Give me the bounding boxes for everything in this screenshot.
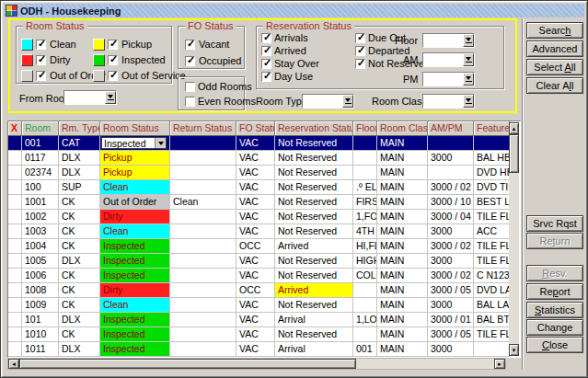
- table-row-1001[interactable]: 1001CKOut of OrderCleanVACNot ReservedFI…: [8, 195, 510, 210]
- table-row-0117[interactable]: 0117DLXPickupVACNot ReservedMAIN3000BAL …: [8, 151, 510, 166]
- room-status-dropdown-icon[interactable]: [155, 138, 166, 148]
- table-row-101[interactable]: 101DLXInspectedVACArrival1,LOWMAIN3000 /…: [8, 313, 510, 327]
- cell-room-status: Out of Order: [100, 195, 170, 210]
- out-of-service-color-swatch: [93, 70, 105, 82]
- cell-selector: [8, 210, 22, 224]
- table-vscrollbar[interactable]: ▲ ▼: [509, 122, 519, 356]
- out-of-order-checkbox[interactable]: [36, 71, 46, 81]
- column-header-features[interactable]: Features: [474, 121, 510, 136]
- pickup-checkbox[interactable]: [108, 40, 118, 50]
- table-row-02374[interactable]: 02374DLXPickupVACNot ReservedMAINDVD HB: [8, 166, 510, 180]
- cell-floor: 4TH F: [353, 224, 377, 239]
- change-button[interactable]: Change: [526, 319, 583, 336]
- room-status-editor-combobox[interactable]: Inspected: [101, 137, 167, 149]
- vscroll-thumb[interactable]: [509, 134, 519, 173]
- from-room-combobox[interactable]: [63, 90, 117, 105]
- srvc-rqst-button[interactable]: Srvc Rqst: [526, 215, 583, 232]
- scroll-down-icon[interactable]: ▼: [509, 344, 519, 356]
- column-header-rm-type[interactable]: Rm. Type: [59, 121, 100, 136]
- app-window: ODH - Housekeeping Room Status Clean Pic…: [0, 0, 588, 378]
- arrived-checkbox[interactable]: [261, 46, 271, 56]
- table-row-1009[interactable]: 1009CKCleanVACNot ReservedMAIN3000BAL LA…: [8, 298, 510, 313]
- table-row-1003[interactable]: 1003CKCleanVACNot Reserved4TH FMAIN3000A…: [8, 224, 510, 239]
- cell-room-status: Clean: [100, 180, 170, 195]
- cell-features: DVD TIL: [474, 180, 510, 195]
- cell-rm-type: DLX: [59, 151, 100, 166]
- table-row-1002[interactable]: 1002CKDirtyVACNot Reserved1,FOMAIN3000 /…: [8, 210, 510, 224]
- even-rooms-checkbox[interactable]: [185, 97, 195, 107]
- stay-over-checkbox[interactable]: [261, 59, 271, 69]
- cell-room: 100: [22, 180, 59, 195]
- floor-combobox[interactable]: [422, 33, 475, 48]
- table-row-1006[interactable]: 1006CKInspectedVACNot ReservedCOLOMAIN30…: [8, 269, 510, 283]
- cell-am-pm: 3000: [428, 254, 474, 269]
- close-button[interactable]: Close: [526, 337, 583, 353]
- advanced-button[interactable]: Advanced: [526, 40, 583, 57]
- clear-all-button[interactable]: Clear All: [526, 77, 583, 94]
- from-room-dropdown-icon[interactable]: [105, 91, 116, 104]
- scroll-up-icon[interactable]: ▲: [509, 122, 519, 134]
- search-button[interactable]: Search: [526, 22, 583, 39]
- column-header-floor[interactable]: Floor: [353, 121, 377, 136]
- cell-rm-type: CAT: [59, 136, 100, 151]
- table-row-001[interactable]: 001CATInspectedVACNot ReservedMAIN: [8, 136, 510, 151]
- pm-dropdown-icon[interactable]: [463, 73, 474, 86]
- column-header-am-pm[interactable]: AM/PM: [428, 121, 474, 136]
- report-button[interactable]: Report: [526, 283, 583, 300]
- am-combobox[interactable]: [422, 52, 475, 67]
- out-of-service-checkbox[interactable]: [108, 71, 118, 81]
- column-header-return-status[interactable]: Return Status: [170, 121, 236, 136]
- table-row-1008[interactable]: 1008CKDirtyOCCArrivedMAIN3000 / 05DVD LA…: [8, 283, 510, 298]
- due-out-checkbox[interactable]: [355, 33, 365, 43]
- room-type-dropdown-icon[interactable]: [342, 95, 353, 108]
- table-header-row: XRoomRm. TypeRoom StatusReturn StatusFO …: [8, 121, 510, 136]
- cell-room: 1004: [22, 239, 59, 254]
- departed-checkbox[interactable]: [355, 46, 365, 56]
- return-button[interactable]: Return: [526, 233, 583, 249]
- select-all-button[interactable]: Select All: [526, 59, 583, 75]
- occupied-checkbox[interactable]: [185, 56, 195, 66]
- column-header-x[interactable]: X: [8, 121, 22, 136]
- vacant-checkbox[interactable]: [185, 40, 195, 50]
- day-use-checkbox[interactable]: [261, 72, 271, 82]
- hscroll-thumb[interactable]: [19, 359, 356, 369]
- cell-room: 101: [22, 313, 59, 327]
- titlebar[interactable]: ODH - Housekeeping: [4, 4, 584, 17]
- statistics-button[interactable]: Statistics: [526, 302, 583, 318]
- even-rooms-label: Even Rooms: [198, 96, 256, 107]
- room-type-combobox[interactable]: [302, 94, 354, 109]
- column-header-fo-status[interactable]: FO Status: [236, 121, 275, 136]
- cell-floor: [353, 327, 377, 342]
- dirty-checkbox[interactable]: [36, 55, 46, 65]
- column-header-room-status[interactable]: Room Status: [100, 121, 170, 136]
- cell-room: 0117: [22, 151, 59, 166]
- scroll-right-icon[interactable]: ►: [494, 359, 505, 369]
- arrivals-checkbox[interactable]: [261, 33, 271, 43]
- pm-combobox[interactable]: [422, 72, 475, 86]
- room-class-dropdown-icon[interactable]: [463, 95, 474, 108]
- table-row-1005[interactable]: 1005DLXInspectedVACNot ReservedHIGHMAIN3…: [8, 254, 510, 269]
- column-header-reservation-status[interactable]: Reservation Status: [275, 121, 353, 136]
- floor-dropdown-icon[interactable]: [463, 34, 474, 47]
- table-hscrollbar[interactable]: ◄ ►: [7, 358, 506, 370]
- table-row-1004[interactable]: 1004CKInspectedOCCArrivedHI,FLOMAIN3000 …: [8, 239, 510, 254]
- cell-fo-status: VAC: [236, 136, 275, 151]
- odd-rooms-checkbox[interactable]: [185, 82, 195, 92]
- cell-reservation-status: Not Reserved: [275, 327, 353, 342]
- cell-return-status: [170, 313, 236, 327]
- cell-selector: [8, 283, 22, 298]
- room-class-combobox[interactable]: [422, 94, 475, 109]
- scroll-left-icon[interactable]: ◄: [8, 359, 19, 369]
- table-row-1010[interactable]: 1010CKInspectedVACNot ReservedMAIN3000 /…: [8, 327, 510, 342]
- cell-am-pm: 3000 / 02: [428, 239, 474, 254]
- dirty-label: Dirty: [50, 54, 71, 65]
- am-dropdown-icon[interactable]: [463, 53, 474, 66]
- column-header-room-class[interactable]: Room Class: [377, 121, 428, 136]
- table-row-100[interactable]: 100SUPCleanVACNot Reserved.º ELISMAIN300…: [8, 180, 510, 195]
- clean-checkbox[interactable]: [36, 40, 46, 50]
- table-row-1011[interactable]: 1011DLXInspectedVACArrival001MAIN3000: [8, 342, 510, 357]
- not-reserved-checkbox[interactable]: [355, 59, 365, 69]
- inspected-checkbox[interactable]: [108, 55, 118, 65]
- column-header-room[interactable]: Room: [22, 121, 59, 136]
- resv-button[interactable]: Resv.: [526, 265, 583, 281]
